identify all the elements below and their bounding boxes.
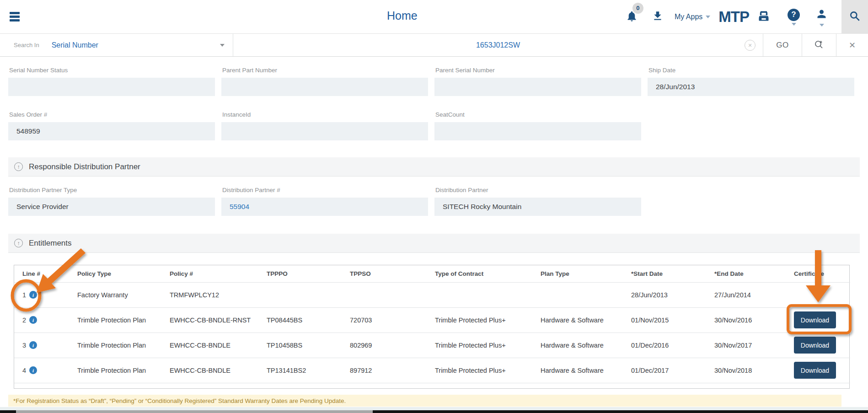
- downloads-button[interactable]: [652, 10, 664, 24]
- user-icon: [815, 8, 828, 22]
- info-icon[interactable]: [29, 316, 37, 324]
- cell-policy-number: TRMFWPLCY12: [161, 282, 258, 307]
- field-value: 548959: [8, 122, 215, 140]
- cell-type-of-contract: [427, 282, 532, 307]
- search-plus-icon: [814, 39, 825, 52]
- info-icon[interactable]: [29, 366, 37, 374]
- cell-certificate: [786, 282, 850, 307]
- cell-start-date: 01/Dec/2017: [623, 358, 706, 383]
- registration-status-note: *For Registration Status as “Draft”, “Pe…: [8, 395, 841, 407]
- cell-policy-number: EWHCC-CB-BNDLE: [161, 358, 258, 383]
- chevron-down-icon: [706, 16, 710, 18]
- col-header-plan-type: Plan Type: [532, 265, 623, 282]
- chevron-down-icon: [792, 23, 796, 26]
- col-header-line: Line #: [14, 265, 69, 282]
- collapse-arrow-icon: [14, 162, 23, 171]
- serial-details-form: Serial Number Status Parent Part Number …: [0, 67, 868, 140]
- cell-tpppo: [258, 282, 342, 307]
- field-distribution-partner-number: Distribution Partner # 55904: [221, 187, 428, 216]
- search-icon: [849, 10, 861, 24]
- field-label: Distribution Partner: [435, 187, 641, 193]
- search-input[interactable]: 1653J012SW: [233, 34, 763, 56]
- section-responsible-distribution-partner[interactable]: Responsible Distribution Partner: [8, 157, 860, 177]
- download-certificate-button[interactable]: Download: [794, 311, 836, 328]
- collapse-arrow-icon: [14, 239, 23, 247]
- field-distribution-partner-type: Distribution Partner Type Service Provid…: [8, 187, 215, 216]
- cell-plan-type: [532, 282, 623, 307]
- table-header-row: Line # Policy Type Policy # TPPPO TPPSO …: [14, 265, 850, 282]
- field-value: [434, 78, 641, 96]
- section-entitlements[interactable]: Entitlements: [8, 234, 860, 253]
- bottom-strip: [0, 407, 868, 410]
- field-ship-date: Ship Date 28/Jun/2013: [648, 67, 854, 96]
- help-menu[interactable]: ?: [788, 9, 800, 26]
- hamburger-menu-icon[interactable]: [10, 12, 20, 22]
- col-header-policy-type: Policy Type: [69, 265, 161, 282]
- cell-tppso: 897912: [342, 358, 427, 383]
- field-label: Serial Number Status: [9, 67, 215, 74]
- field-label: Distribution Partner Type: [9, 187, 215, 193]
- cell-tppso: [342, 282, 427, 307]
- section-title: Entitlements: [29, 239, 72, 248]
- cell-start-date: 28/Jun/2013: [623, 282, 706, 307]
- print-button[interactable]: [757, 10, 770, 24]
- cell-certificate: Download: [786, 333, 850, 358]
- field-value: [221, 122, 428, 140]
- cell-certificate: Download: [786, 307, 850, 333]
- field-distribution-partner: Distribution Partner SITECH Rocky Mounta…: [434, 187, 641, 216]
- search-in-value: Serial Number: [52, 41, 98, 49]
- cell-start-date: 01/Nov/2015: [623, 307, 706, 333]
- clear-search-icon[interactable]: [745, 40, 755, 51]
- field-sales-order: Sales Order # 548959: [8, 111, 215, 140]
- download-tray-icon: [652, 16, 664, 23]
- user-menu[interactable]: [815, 8, 828, 27]
- line-number: 1: [22, 291, 26, 299]
- taskbar-edge: [0, 410, 868, 413]
- cell-tpppo: TP08445BS: [258, 307, 342, 333]
- app-window: Home 0 My Apps MTP: [0, 0, 868, 413]
- line-number: 3: [22, 342, 26, 349]
- cell-tpppo: TP13141BS2: [258, 358, 342, 383]
- cell-policy-number: EWHCC-CB-BNDLE-RNST: [161, 307, 258, 333]
- go-button[interactable]: GO: [763, 34, 802, 56]
- entitlements-table: Line # Policy Type Policy # TPPPO TPPSO …: [14, 265, 850, 389]
- cell-certificate: Download: [786, 358, 850, 383]
- download-certificate-button[interactable]: Download: [794, 337, 836, 354]
- cell-policy-type: Trimble Protection Plan: [69, 333, 161, 358]
- search-in-label: Search In: [14, 42, 39, 48]
- cell-end-date: 27/Jun/2014: [706, 282, 786, 307]
- field-label: Parent Serial Number: [435, 67, 641, 74]
- mtp-logo[interactable]: MTP: [718, 8, 749, 26]
- bell-icon: [626, 16, 638, 24]
- distribution-partner-number-link[interactable]: 55904: [221, 198, 428, 216]
- table-row: 3 Trimble Protection Plan EWHCC-CB-BNDLE…: [14, 333, 850, 358]
- info-icon[interactable]: [29, 341, 37, 349]
- search-in-dropdown[interactable]: Search In Serial Number: [0, 34, 233, 56]
- cell-start-date: 01/Dec/2016: [623, 333, 706, 358]
- field-label: Parent Part Number: [222, 67, 428, 74]
- distribution-partner-form: Distribution Partner Type Service Provid…: [0, 187, 868, 216]
- cell-plan-type: Hardware & Software: [532, 333, 623, 358]
- close-search-button[interactable]: [836, 34, 868, 56]
- info-icon[interactable]: [29, 291, 37, 299]
- field-value: [8, 78, 215, 96]
- cell-end-date: 30/Nov/2017: [706, 333, 786, 358]
- field-label: Ship Date: [648, 67, 854, 74]
- cell-policy-type: Trimble Protection Plan: [69, 307, 161, 333]
- field-seat-count: SeatCount: [434, 111, 641, 140]
- table-row: 4 Trimble Protection Plan EWHCC-CB-BNDLE…: [14, 358, 850, 383]
- field-instance-id: InstanceId: [221, 111, 428, 140]
- field-parent-serial-number: Parent Serial Number: [434, 67, 641, 96]
- printer-icon: [757, 16, 770, 24]
- search-toggle-button[interactable]: [841, 0, 868, 34]
- advanced-search-button[interactable]: [802, 34, 836, 56]
- cell-plan-type: Hardware & Software: [532, 358, 623, 383]
- cell-end-date: 30/Nov/2018: [706, 358, 786, 383]
- my-apps-menu[interactable]: My Apps: [675, 13, 710, 21]
- notifications-button[interactable]: 0: [626, 10, 638, 24]
- download-certificate-button[interactable]: Download: [794, 362, 836, 379]
- field-label: InstanceId: [222, 111, 428, 118]
- field-parent-part-number: Parent Part Number: [221, 67, 428, 96]
- cell-policy-number: EWHCC-CB-BNDLE: [161, 333, 258, 358]
- field-serial-number-status: Serial Number Status: [8, 67, 215, 96]
